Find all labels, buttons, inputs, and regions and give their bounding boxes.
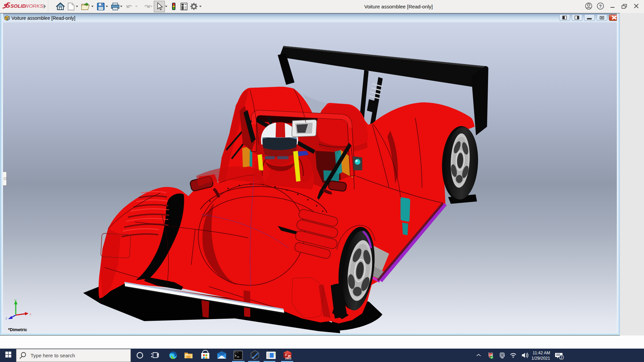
- svg-text:?: ?: [599, 4, 602, 9]
- svg-text:Y: Y: [14, 299, 17, 303]
- svg-text:WORKS: WORKS: [24, 3, 43, 9]
- svg-text:2021: 2021: [285, 357, 291, 360]
- svg-text:11:42 AM: 11:42 AM: [533, 351, 550, 355]
- svg-text:z: z: [5, 316, 7, 320]
- svg-text:C:\: C:\: [234, 352, 238, 354]
- svg-text:S: S: [285, 353, 287, 357]
- svg-text:1/29/2021: 1/29/2021: [531, 356, 550, 361]
- svg-text:SW: SW: [489, 354, 493, 356]
- svg-text:x: x: [30, 312, 32, 316]
- svg-text:2: 2: [560, 355, 562, 359]
- svg-text:SOLID: SOLID: [10, 3, 26, 9]
